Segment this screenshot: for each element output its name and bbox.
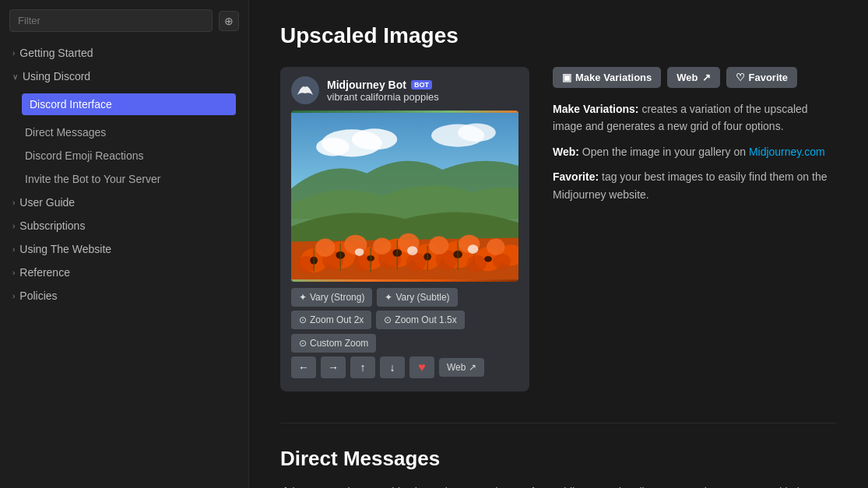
vary-strong-icon: ✦ (299, 292, 307, 303)
sidebar-item-label: Using Discord (23, 70, 90, 83)
direct-messages-title: Direct Messages (280, 447, 837, 471)
bot-header: Midjourney Bot BOT vibrant california po… (291, 76, 518, 104)
web-button[interactable]: Web ↗ (439, 358, 484, 377)
filter-expand-button[interactable]: ⊕ (219, 11, 239, 31)
vary-strong-button[interactable]: ✦ Vary (Strong) (291, 288, 372, 307)
sidebar-item-reference[interactable]: › Reference (0, 261, 248, 284)
favorite-button[interactable]: ♡ Favorite (726, 67, 798, 88)
sidebar-item-using-discord[interactable]: ∨ Using Discord (0, 65, 248, 88)
sidebar-item-user-guide[interactable]: › User Guide (0, 191, 248, 214)
vary-subtle-button[interactable]: ✦ Vary (Subtle) (377, 288, 457, 307)
section-divider (280, 423, 837, 423)
vary-buttons-row: ✦ Vary (Strong) ✦ Vary (Subtle) (291, 288, 518, 307)
zoom-out-2x-button[interactable]: ⊙ Zoom Out 2x (291, 311, 371, 329)
avatar (291, 76, 319, 104)
chevron-right-icon: › (12, 292, 15, 300)
chevron-right-icon: › (12, 49, 15, 58)
heart-button[interactable]: ♥ (409, 356, 434, 378)
zoom-out-1-5x-button[interactable]: ⊙ Zoom Out 1.5x (376, 311, 464, 329)
sidebar-item-label: Invite the Bot to Your Server (25, 173, 160, 185)
sidebar-item-label: Getting Started (19, 47, 93, 59)
svg-point-36 (484, 256, 492, 262)
nav-section: › Getting Started ∨ Using Discord Discor… (0, 38, 248, 311)
custom-zoom-button[interactable]: ⊙ Custom Zoom (291, 334, 376, 353)
zoom-icon: ⊙ (299, 314, 307, 325)
info-panel: ▣ Make Variations Web ↗ ♡ Favorite Make … (553, 67, 837, 211)
action-button-row: ▣ Make Variations Web ↗ ♡ Favorite (553, 67, 837, 88)
bot-name-wrap: Midjourney Bot BOT (327, 79, 439, 91)
filter-input[interactable] (9, 9, 213, 32)
zoom-icon: ⊙ (384, 314, 392, 325)
svg-point-37 (407, 246, 418, 255)
sidebar-item-discord-emoji-reactions[interactable]: Discord Emoji Reactions (0, 144, 248, 167)
favorite-label: Favorite: (553, 170, 599, 183)
variations-icon: ▣ (562, 72, 571, 83)
svg-point-27 (429, 237, 448, 255)
zoom-buttons-row: ⊙ Zoom Out 2x ⊙ Zoom Out 1.5x ⊙ Custom Z… (291, 311, 518, 353)
make-variations-label: Make Variations: (553, 103, 639, 115)
chevron-right-icon: › (12, 198, 15, 207)
svg-point-25 (373, 238, 391, 255)
sidebar-item-label: Reference (19, 266, 70, 279)
sidebar-item-discord-interface[interactable]: Discord Interface (0, 88, 248, 121)
info-make-variations: Make Variations: creates a variation of … (553, 100, 837, 135)
arrow-up-button[interactable]: ↑ (350, 356, 375, 378)
upscale-section: Midjourney Bot BOT vibrant california po… (280, 67, 837, 391)
sidebar-item-using-the-website[interactable]: › Using The Website (0, 237, 248, 261)
arrow-right-button[interactable]: → (321, 356, 346, 378)
chevron-down-icon: ∨ (12, 72, 18, 81)
midjourney-link[interactable]: Midjourney.com (749, 146, 825, 158)
svg-point-6 (458, 124, 496, 142)
sidebar-item-label: Using The Website (19, 243, 111, 255)
discord-card: Midjourney Bot BOT vibrant california po… (280, 67, 529, 391)
page-title: Upscaled Images (280, 23, 837, 48)
chevron-right-icon: › (12, 269, 15, 277)
info-web: Web: Open the image in your gallery on M… (553, 143, 837, 160)
svg-point-38 (355, 248, 364, 256)
web-text: Open the image in your gallery on (582, 146, 749, 158)
svg-point-4 (316, 138, 350, 156)
make-variations-button[interactable]: ▣ Make Variations (553, 67, 661, 88)
sidebar-item-label: User Guide (19, 196, 75, 209)
filter-wrap: ⊕ (0, 0, 248, 38)
svg-point-22 (493, 254, 511, 269)
arrow-down-button[interactable]: ↓ (380, 356, 405, 378)
svg-point-23 (315, 239, 335, 257)
heart-icon: ♡ (736, 72, 745, 83)
bot-info: Midjourney Bot BOT vibrant california po… (327, 79, 439, 103)
web-label: Web: (553, 146, 579, 158)
vary-subtle-icon: ✦ (385, 292, 392, 303)
arrow-buttons-row: ← → ↑ ↓ ♥ Web ↗ (291, 356, 518, 378)
direct-messages-section: Direct Messages If the #general or #newb… (280, 447, 837, 488)
external-link-icon: ↗ (702, 72, 711, 83)
bot-prompt: vibrant california poppies (327, 91, 439, 103)
svg-point-29 (487, 239, 504, 255)
sidebar-item-label: Subscriptions (19, 219, 85, 232)
main-content: Upscaled Images Midjourney Bot BOT v (249, 0, 868, 488)
svg-point-21 (467, 255, 487, 272)
chevron-right-icon: › (12, 222, 15, 230)
info-favorite: Favorite: tag your best images to easily… (553, 168, 837, 203)
svg-point-3 (352, 128, 397, 149)
sidebar-item-label: Direct Messages (25, 126, 106, 139)
sidebar-item-policies[interactable]: › Policies (0, 284, 248, 307)
sidebar: ⊕ › Getting Started ∨ Using Discord Disc… (0, 0, 249, 488)
direct-messages-body: If the #general or #newbie channels are … (280, 483, 837, 488)
sidebar-item-direct-messages[interactable]: Direct Messages (0, 121, 248, 144)
bot-name: Midjourney Bot (327, 79, 406, 91)
active-item-label: Discord Interface (22, 93, 236, 115)
bot-badge: BOT (411, 80, 432, 90)
svg-point-39 (468, 244, 479, 254)
sidebar-item-getting-started[interactable]: › Getting Started (0, 41, 248, 65)
chevron-right-icon: › (12, 245, 15, 254)
arrow-left-button[interactable]: ← (291, 356, 316, 378)
sidebar-item-subscriptions[interactable]: › Subscriptions (0, 214, 248, 237)
sidebar-item-label: Discord Emoji Reactions (25, 149, 144, 162)
sidebar-item-label: Policies (19, 290, 57, 302)
sidebar-item-invite-bot[interactable]: Invite the Bot to Your Server (0, 167, 248, 191)
web-action-button[interactable]: Web ↗ (667, 67, 719, 88)
external-link-icon: ↗ (469, 362, 476, 373)
upscaled-image (291, 111, 518, 282)
svg-point-19 (406, 253, 426, 271)
zoom-icon: ⊙ (299, 338, 307, 349)
